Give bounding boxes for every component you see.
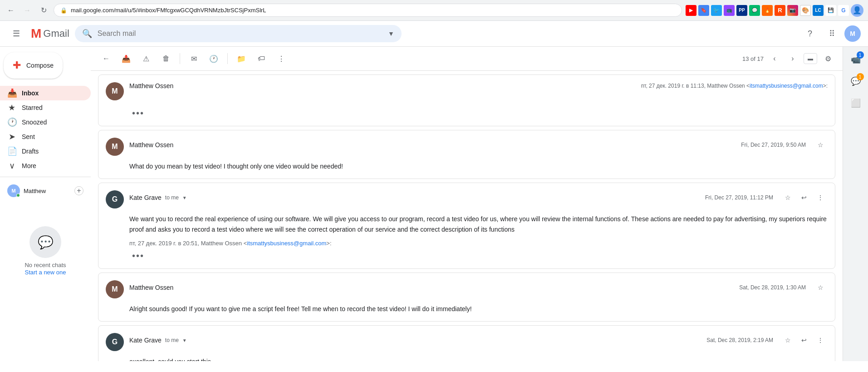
message-3-more[interactable]: ⋮ [813,190,828,205]
back-button[interactable]: ← [5,4,17,17]
message-5-star[interactable]: ☆ [780,333,795,347]
gmail-logo[interactable]: M Gmail [31,26,69,41]
back-to-inbox-button[interactable]: ← [98,50,114,67]
message-4-star[interactable]: ☆ [813,280,828,295]
message-5-to-arrow[interactable]: ▼ [182,338,187,343]
message-4: M Matthew Ossen Sat, Dec 28, 2019, 1:30 … [98,273,835,322]
google-meet-button[interactable]: 📹 1 [847,50,865,69]
sidebar-user[interactable]: M Matthew + [0,181,91,201]
toolbar-separator-2 [227,53,228,64]
no-chats-text: No recent chats [7,262,83,268]
ext-drive[interactable]: 💾 [825,5,836,16]
ext-chat[interactable]: 💬 [749,5,760,16]
search-dropdown-icon[interactable]: ▼ [388,30,394,37]
ext-twitch[interactable]: 📺 [724,5,735,16]
search-input[interactable] [98,30,383,38]
snooze-button[interactable]: 🕐 [206,50,222,67]
split-view-button[interactable]: ▬ [804,53,817,64]
ext-insta[interactable]: 📷 [787,5,798,16]
settings-button[interactable]: ⚙ [821,51,835,66]
message-1-sender-row: Matthew Ossen пт, 27 дек. 2019 г. в 11:1… [129,82,828,89]
message-3-text: We want you to record the real experienc… [129,214,828,234]
quoted-dots-3[interactable]: ••• [129,250,147,262]
message-5-meta: Kate Grave to me ▼ Sat, Dec 28, 2019, 2:… [129,333,828,347]
sidebar-item-starred[interactable]: ★ Starred [0,100,91,115]
meet-badge: 1 [857,51,864,59]
delete-button[interactable]: 🗑 [158,50,174,67]
message-3-actions: ☆ ↩ ⋮ [780,190,828,205]
quoted-dots-1[interactable]: ••• [129,107,147,119]
report-spam-button[interactable]: ⚠ [138,50,154,67]
profile-icon[interactable]: 👤 [851,4,863,17]
message-3-body: We want you to record the real experienc… [98,212,835,268]
search-bar[interactable]: 🔍 ▼ [75,25,402,42]
message-4-meta: Matthew Ossen Sat, Dec 28, 2019, 1:30 AM… [129,280,828,295]
prev-thread-button[interactable]: ‹ [767,51,782,66]
ext-r[interactable]: R [775,5,785,16]
inbox-icon: 📥 [7,88,16,98]
next-thread-button[interactable]: › [785,51,800,66]
starred-label: Starred [22,104,43,111]
move-to-button[interactable]: 📁 [233,50,250,67]
message-1-meta: Matthew Ossen пт, 27 дек. 2019 г. в 11:1… [129,82,828,89]
ext-twitter[interactable]: 🐦 [711,5,722,16]
message-5-reply[interactable]: ↩ [797,333,811,347]
ext-lc[interactable]: LC [813,5,824,16]
compose-label: Compose [26,62,54,69]
gmail-header: ☰ M Gmail 🔍 ▼ ? ⠿ M [0,21,868,47]
ext-google[interactable]: G [838,5,849,16]
sidebar-item-snoozed[interactable]: 🕐 Snoozed [0,115,91,129]
help-button[interactable]: ? [801,25,819,43]
message-3-quoted-email[interactable]: itsmattysbusiness@gmail.com [247,240,326,247]
sidebar-item-inbox[interactable]: 📥 Inbox [0,86,91,100]
forward-button[interactable]: → [21,4,34,17]
compose-button[interactable]: ✚ Compose [4,52,63,79]
ext-paypal[interactable]: PP [736,5,747,16]
message-1-avatar: M [106,82,124,100]
labels-button[interactable]: 🏷 [253,50,270,67]
message-3-to-arrow[interactable]: ▼ [182,195,187,200]
more-options-button[interactable]: ⋮ [273,50,289,67]
message-5-more[interactable]: ⋮ [813,333,828,347]
apps-button[interactable]: ⠿ [823,25,841,43]
message-2-star[interactable]: ☆ [813,138,828,152]
lock-icon: 🔒 [60,7,67,14]
sidebar-item-sent[interactable]: ➤ Sent [0,129,91,144]
drafts-label: Drafts [22,148,39,155]
message-1-email[interactable]: itsmattysbusiness@gmail.com [750,83,823,89]
gmail-logo-text: Gmail [43,28,69,40]
sidebar-item-drafts[interactable]: 📄 Drafts [0,144,91,159]
ext-youtube[interactable]: ▶ [686,5,696,16]
online-dot [16,193,20,197]
start-new-chat-link[interactable]: Start a new one [25,269,66,276]
message-3-sender-row: Kate Grave to me ▼ Fri, Dec 27, 2019, 11… [129,190,828,205]
ext-bookmark[interactable]: 🔖 [698,5,709,16]
user-avatar[interactable]: M [844,25,861,42]
hamburger-menu[interactable]: ☰ [7,25,25,43]
gmail-app: ☰ M Gmail 🔍 ▼ ? ⠿ M ✚ Compose 📥 Inbox [0,21,868,361]
address-bar[interactable]: 🔒 mail.google.com/mail/u/5/#inbox/FMfcgx… [54,4,682,17]
message-3-header: G Kate Grave to me ▼ Fri, Dec 27, 2019, … [98,183,835,212]
no-chats-icon: 💬 [29,226,61,258]
message-3-star[interactable]: ☆ [780,190,795,205]
spaces-button[interactable]: ⬜ [847,94,865,112]
message-3-meta: Kate Grave to me ▼ Fri, Dec 27, 2019, 11… [129,190,828,205]
message-3-avatar: G [106,190,124,208]
message-2: M Matthew Ossen Fri, Dec 27, 2019, 9:50 … [98,130,835,179]
archive-button[interactable]: 📥 [118,50,134,67]
ext-color[interactable]: 🎨 [800,5,811,16]
google-chat-button[interactable]: 💬 1 [847,72,865,90]
message-3-quoted-date: пт, 27 дек. 2019 г. в 20:51, Matthew Oss… [129,240,332,247]
reload-button[interactable]: ↻ [37,4,50,17]
sidebar-item-more[interactable]: ∨ More [0,159,91,173]
add-account-button[interactable]: + [74,186,83,195]
sidebar-chat-area: 💬 No recent chats Start a new one [0,219,91,283]
mark-as-button[interactable]: ✉ [186,50,202,67]
snoozed-icon: 🕐 [7,117,16,127]
message-1: M Matthew Ossen пт, 27 дек. 2019 г. в 11… [98,74,835,126]
sent-icon: ➤ [7,132,16,142]
drafts-icon: 📄 [7,146,16,156]
message-1-sender: Matthew Ossen [129,82,173,89]
ext-fire[interactable]: 🔥 [762,5,773,16]
message-3-reply[interactable]: ↩ [797,190,811,205]
